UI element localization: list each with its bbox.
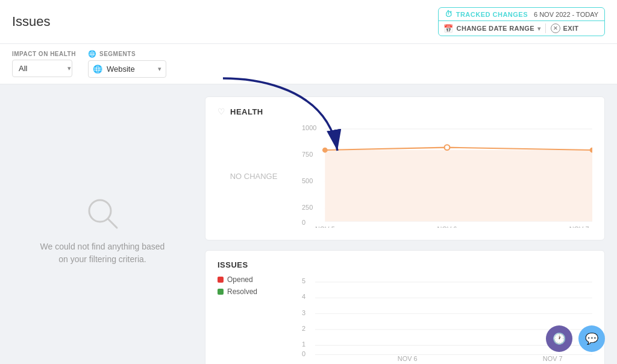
impact-select[interactable]: All Critical High Medium Low <box>12 60 72 77</box>
segments-filter-group: 🌐 SEGMENTS 🌐 Website Mobile Desktop ▾ <box>88 50 166 78</box>
tracked-changes-date: 6 NOV 2022 - TODAY <box>534 11 598 18</box>
resolved-label: Resolved <box>227 287 257 296</box>
history-button[interactable]: 🕐 <box>546 325 572 352</box>
svg-text:5: 5 <box>302 277 305 284</box>
svg-text:2: 2 <box>302 325 305 332</box>
separator <box>545 24 546 33</box>
issues-legend: Opened Resolved <box>218 275 290 363</box>
segment-filter-wrapper: 🌐 Website Mobile Desktop ▾ <box>88 60 166 78</box>
page-title: Issues <box>12 14 51 30</box>
exit-button[interactable]: ✕ EXIT <box>551 24 578 33</box>
tracked-changes-top: ⏱ TRACKED CHANGES 6 NOV 2022 - TODAY <box>439 8 604 21</box>
change-date-range-button[interactable]: 📅 CHANGE DATE RANGE ▾ <box>443 24 540 33</box>
segments-select[interactable]: Website Mobile Desktop <box>88 60 166 78</box>
issues-chart-header: ISSUES <box>218 260 592 269</box>
svg-text:NOV 5: NOV 5 <box>315 225 335 228</box>
impact-filter-group: IMPACT ON HEALTH All Critical High Mediu… <box>12 51 76 77</box>
svg-text:1: 1 <box>302 341 305 348</box>
legend-resolved: Resolved <box>218 287 290 296</box>
health-chart-svg: 1000 750 500 250 0 <box>302 122 592 228</box>
impact-filter-wrapper: All Critical High Medium Low ▾ <box>12 60 76 77</box>
issues-chart-container: Opened Resolved 5 4 3 2 1 0 <box>218 275 592 363</box>
clock-icon: ⏱ <box>445 10 453 19</box>
svg-text:NOV 6: NOV 6 <box>437 225 457 228</box>
chat-icon: 💬 <box>585 332 598 345</box>
svg-text:4: 4 <box>302 293 305 301</box>
svg-text:NOV 7: NOV 7 <box>569 225 589 228</box>
opened-dot <box>218 277 224 283</box>
svg-marker-12 <box>325 150 592 221</box>
segments-label-wrapper: 🌐 SEGMENTS <box>88 50 166 58</box>
svg-line-1 <box>108 219 117 228</box>
issues-chart-card: ISSUES Opened Resolved 5 <box>205 250 605 364</box>
floating-buttons: 🕐 💬 <box>546 325 605 352</box>
svg-text:0: 0 <box>302 219 305 226</box>
left-panel: We could not find anything based on your… <box>12 96 193 364</box>
svg-point-14 <box>445 145 450 150</box>
header: Issues ⏱ TRACKED CHANGES 6 NOV 2022 - TO… <box>0 0 617 44</box>
calendar-icon: 📅 <box>443 24 453 33</box>
opened-label: Opened <box>227 275 253 284</box>
empty-state-text: We could not find anything based on your… <box>40 240 165 266</box>
health-chart-title: HEALTH <box>230 107 263 116</box>
empty-search-icon <box>84 195 121 231</box>
health-chart-container: NO CHANGE 1000 750 500 250 0 <box>218 122 592 230</box>
health-chart-area: 1000 750 500 250 0 <box>302 122 592 230</box>
resolved-dot <box>218 289 224 295</box>
issues-chart-title: ISSUES <box>218 260 248 269</box>
svg-text:1000: 1000 <box>302 124 316 131</box>
heart-icon: ♡ <box>218 107 225 116</box>
svg-text:750: 750 <box>302 151 313 158</box>
tracked-changes-widget: ⏱ TRACKED CHANGES 6 NOV 2022 - TODAY 📅 C… <box>438 7 605 36</box>
health-chart-card: ♡ HEALTH NO CHANGE 1000 750 500 250 0 <box>205 96 605 240</box>
svg-text:250: 250 <box>302 204 313 211</box>
svg-point-13 <box>322 148 328 153</box>
svg-text:3: 3 <box>302 309 305 316</box>
right-panel: ♡ HEALTH NO CHANGE 1000 750 500 250 0 <box>205 96 605 364</box>
svg-text:NOV 7: NOV 7 <box>543 356 563 362</box>
globe-icon-label: 🌐 <box>88 50 96 58</box>
close-icon: ✕ <box>551 24 560 33</box>
health-no-change: NO CHANGE <box>218 122 290 230</box>
tracked-changes-label: ⏱ TRACKED CHANGES <box>445 10 528 19</box>
main-content: We could not find anything based on your… <box>0 84 617 364</box>
history-icon: 🕐 <box>553 332 566 345</box>
svg-text:500: 500 <box>302 177 313 184</box>
filters-bar: IMPACT ON HEALTH All Critical High Mediu… <box>0 44 617 84</box>
health-chart-header: ♡ HEALTH <box>218 107 592 116</box>
segments-filter-label: SEGMENTS <box>99 51 136 57</box>
tracked-changes-bottom: 📅 CHANGE DATE RANGE ▾ ✕ EXIT <box>439 21 604 36</box>
svg-text:0: 0 <box>302 350 305 357</box>
impact-filter-label: IMPACT ON HEALTH <box>12 51 76 57</box>
svg-text:NOV 6: NOV 6 <box>398 356 418 362</box>
chevron-down-icon: ▾ <box>537 25 540 32</box>
legend-opened: Opened <box>218 275 290 284</box>
chat-button[interactable]: 💬 <box>578 325 605 352</box>
